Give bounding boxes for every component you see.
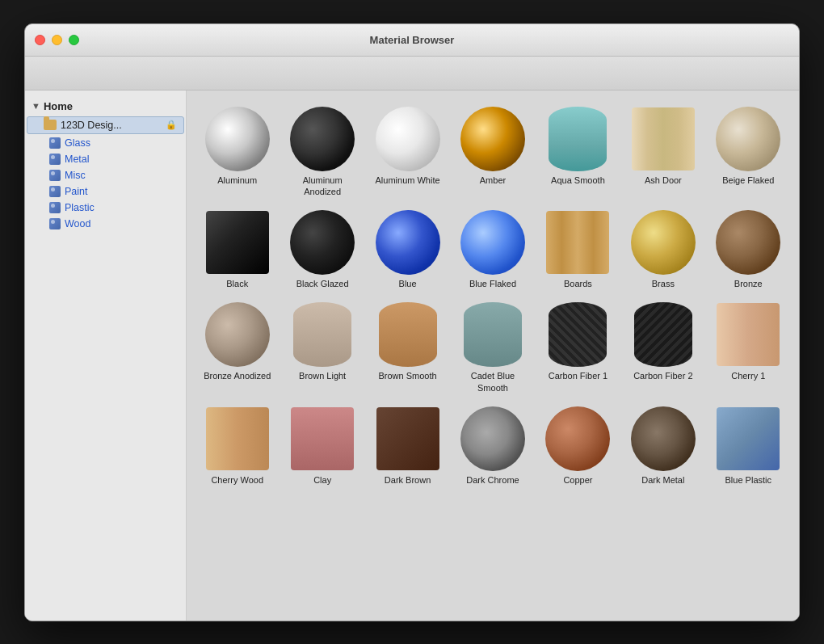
material-label: Dark Chrome [466,474,519,486]
sidebar-label-wood: Wood [65,218,90,229]
sidebar-item-wood[interactable]: Wood [25,216,186,232]
lock-icon: 🔒 [166,120,177,130]
material-cell[interactable]: Aqua Smooth [537,100,619,201]
toolbar [25,57,799,90]
material-cell[interactable]: Amber [452,100,533,201]
material-label: Dark Metal [641,474,684,486]
material-thumbnail [464,302,522,367]
material-cell[interactable]: Bronze Anodized [196,296,278,397]
sidebar-item-glass[interactable]: Glass [25,135,186,151]
minimize-button[interactable] [52,35,62,45]
material-cell[interactable]: Dark Chrome [452,400,533,489]
material-thumbnail [206,211,269,274]
material-browser-window: Material Browser ▼ Home 123D Desig... 🔒 … [24,23,800,621]
sidebar-home[interactable]: ▼ Home [25,97,186,116]
material-thumbnail [291,407,354,470]
material-thumbnail [460,210,525,275]
material-label: Copper [563,474,592,486]
material-thumbnail [290,210,355,275]
material-cell[interactable]: Aluminum White [367,100,448,201]
material-thumbnail [716,210,780,275]
material-cell[interactable]: Carbon Fiber 2 [622,296,704,397]
material-thumbnail [545,406,610,471]
material-cell[interactable]: Clay [281,400,363,489]
material-thumbnail [460,406,525,471]
material-cell[interactable]: Copper [537,400,619,489]
material-label: Beige Flaked [722,175,774,186]
material-cell[interactable]: Boards [537,204,619,293]
sidebar-item-paint[interactable]: Paint [25,183,186,200]
material-icon-wood [49,218,61,229]
material-thumbnail [205,107,270,171]
material-thumbnail [716,107,780,171]
sidebar-label-misc: Misc [65,170,86,181]
close-button[interactable] [35,35,45,45]
material-label: Brass [652,278,675,289]
material-label: Black [226,278,248,289]
material-cell[interactable]: Black [196,204,278,293]
material-icon-misc [49,170,61,181]
material-cell[interactable]: Brown Smooth [367,296,448,397]
material-cell[interactable]: Ash Door [622,100,704,201]
material-label: Bronze Anodized [204,370,271,381]
material-thumbnail [460,107,525,171]
material-cell[interactable]: Black Glazed [281,204,363,293]
material-label: Aluminum White [376,175,440,186]
sidebar-item-plastic[interactable]: Plastic [25,200,186,216]
material-cell[interactable]: Cadet Blue Smooth [452,296,533,397]
material-label: Aluminum [217,175,257,186]
traffic-lights [35,35,79,45]
material-label: Amber [480,175,506,186]
material-cell[interactable]: Dark Brown [367,400,448,489]
material-label: Clay [313,474,331,486]
main-area: AluminumAluminum AnodizedAluminum WhiteA… [187,90,799,621]
window-title: Material Browser [370,34,455,46]
material-thumbnail [206,407,269,470]
material-label: Aqua Smooth [551,175,605,186]
material-cell[interactable]: Beige Flaked [708,100,789,201]
material-cell[interactable]: Cherry 1 [708,296,789,397]
material-cell[interactable]: Brown Light [281,296,363,397]
material-cell[interactable]: Carbon Fiber 1 [537,296,619,397]
material-icon-glass [49,137,61,149]
material-cell[interactable]: Blue Plastic [708,400,789,489]
material-thumbnail [549,107,607,171]
material-thumbnail [632,107,695,170]
material-label: Brown Light [299,370,346,381]
material-label: Dark Brown [385,474,431,486]
material-cell[interactable]: Aluminum Anodized [281,100,363,201]
material-label: Ash Door [645,175,682,186]
material-label: Carbon Fiber 2 [633,370,692,381]
material-thumbnail [634,302,692,367]
material-label: Bronze [734,278,763,289]
material-thumbnail [290,107,355,171]
home-arrow-icon: ▼ [32,101,40,111]
material-label: Cherry Wood [211,474,263,486]
titlebar: Material Browser [25,24,799,57]
material-thumbnail [376,210,440,275]
material-cell[interactable]: Aluminum [196,100,278,201]
material-label: Blue Flaked [469,278,516,289]
material-thumbnail [376,407,439,470]
material-grid: AluminumAluminum AnodizedAluminum WhiteA… [196,100,789,490]
material-icon-paint [49,186,61,197]
material-label: Blue [399,278,417,289]
maximize-button[interactable] [69,35,79,45]
material-grid-container[interactable]: AluminumAluminum AnodizedAluminum WhiteA… [187,90,799,621]
material-cell[interactable]: Cherry Wood [196,400,278,489]
sidebar-folder-123d[interactable]: 123D Desig... 🔒 [27,116,184,134]
material-label: Cherry 1 [731,370,765,381]
material-label: Black Glazed [296,278,349,289]
material-icon-plastic [49,202,61,213]
material-cell[interactable]: Dark Metal [622,400,704,489]
material-thumbnail [376,107,440,171]
material-cell[interactable]: Blue Flaked [452,204,533,293]
sidebar-item-metal[interactable]: Metal [25,151,186,167]
material-cell[interactable]: Brass [622,204,704,293]
material-cell[interactable]: Blue [367,204,448,293]
material-label: Carbon Fiber 1 [549,370,607,381]
sidebar-label-plastic: Plastic [65,202,95,213]
material-cell[interactable]: Bronze [708,204,789,293]
sidebar-item-misc[interactable]: Misc [25,167,186,183]
material-label: Boards [564,278,592,289]
